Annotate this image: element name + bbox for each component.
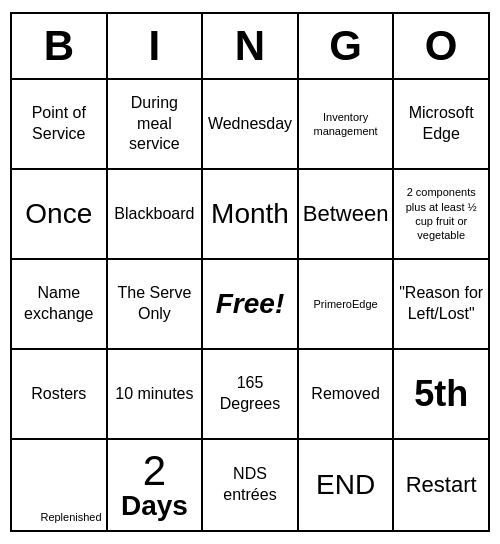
bingo-header: B I N G O (12, 14, 488, 80)
cell-text-2: 2 (143, 450, 166, 492)
cell-text: PrimeroEdge (313, 297, 377, 311)
bingo-row: Replenished 2 Days NDS entrées END Resta… (12, 440, 488, 530)
cell-r3c1: Name exchange (12, 260, 108, 350)
bingo-grid: Point of Service During meal service Wed… (12, 80, 488, 530)
cell-r4c4: Removed (299, 350, 395, 440)
cell-r5c1: Replenished (12, 440, 108, 530)
cell-text: Rosters (31, 384, 86, 405)
cell-r2c3: Month (203, 170, 299, 260)
cell-r4c1: Rosters (12, 350, 108, 440)
cell-r5c5: Restart (394, 440, 488, 530)
cell-text: Month (211, 196, 289, 232)
cell-r4c2: 10 minutes (108, 350, 204, 440)
cell-r5c2: 2 Days (108, 440, 204, 530)
cell-text: Restart (406, 471, 477, 500)
cell-r1c5: Microsoft Edge (394, 80, 488, 170)
cell-text: Name exchange (16, 283, 102, 325)
cell-r2c1: Once (12, 170, 108, 260)
cell-text: "Reason for Left/Lost" (398, 283, 484, 325)
cell-r2c2: Blackboard (108, 170, 204, 260)
bingo-row: Name exchange The Serve Only Free! Prime… (12, 260, 488, 350)
cell-r3c5: "Reason for Left/Lost" (394, 260, 488, 350)
bingo-row: Once Blackboard Month Between 2 componen… (12, 170, 488, 260)
cell-r2c4: Between (299, 170, 395, 260)
cell-r2c5: 2 components plus at least ½ cup fruit o… (394, 170, 488, 260)
bingo-row: Point of Service During meal service Wed… (12, 80, 488, 170)
cell-r1c2: During meal service (108, 80, 204, 170)
cell-r3c3: Free! (203, 260, 299, 350)
cell-r5c4: END (299, 440, 395, 530)
cell-r1c1: Point of Service (12, 80, 108, 170)
cell-r1c4: Inventory management (299, 80, 395, 170)
cell-text: Point of Service (16, 103, 102, 145)
cell-text: Replenished (40, 510, 101, 524)
cell-text-free: Free! (216, 286, 284, 322)
cell-r4c3: 165 Degrees (203, 350, 299, 440)
cell-text: Removed (311, 384, 379, 405)
header-b: B (12, 14, 108, 80)
cell-text: Once (25, 196, 92, 232)
cell-text: Microsoft Edge (398, 103, 484, 145)
cell-text: 2 components plus at least ½ cup fruit o… (398, 185, 484, 242)
cell-text: The Serve Only (112, 283, 198, 325)
cell-stack: 2 Days (112, 450, 198, 520)
cell-text: 5th (414, 371, 468, 418)
cell-r3c4: PrimeroEdge (299, 260, 395, 350)
header-n: N (203, 14, 299, 80)
bingo-card: B I N G O Point of Service During meal s… (10, 12, 490, 532)
cell-text: 10 minutes (115, 384, 193, 405)
cell-text-days: Days (121, 492, 188, 520)
header-g: G (299, 14, 395, 80)
cell-text: Blackboard (114, 204, 194, 225)
cell-text: Between (303, 200, 389, 229)
cell-r3c2: The Serve Only (108, 260, 204, 350)
cell-text: 165 Degrees (207, 373, 293, 415)
cell-text: END (316, 467, 375, 503)
header-i: I (108, 14, 204, 80)
cell-text: Wednesday (208, 114, 292, 135)
cell-text: Inventory management (303, 110, 389, 139)
cell-text: NDS entrées (207, 464, 293, 506)
cell-text: During meal service (112, 93, 198, 155)
bingo-row: Rosters 10 minutes 165 Degrees Removed 5… (12, 350, 488, 440)
header-o: O (394, 14, 488, 80)
cell-r4c5: 5th (394, 350, 488, 440)
cell-r5c3: NDS entrées (203, 440, 299, 530)
cell-r1c3: Wednesday (203, 80, 299, 170)
